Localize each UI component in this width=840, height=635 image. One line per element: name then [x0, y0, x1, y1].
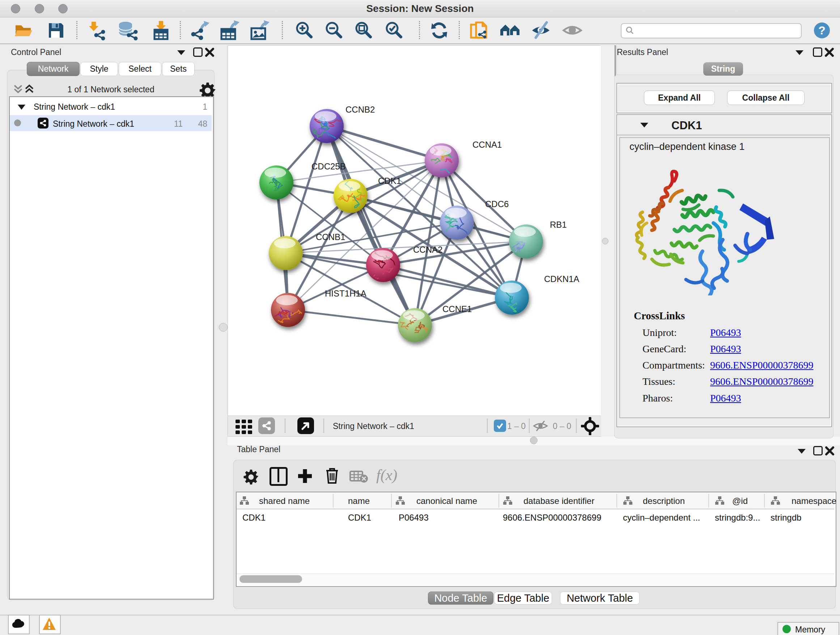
- svg-text:CDK1: CDK1: [378, 176, 401, 186]
- svg-text:CCNB2: CCNB2: [346, 105, 375, 114]
- svg-text:CCNE1: CCNE1: [442, 304, 472, 314]
- svg-text:HIST1H1A: HIST1H1A: [325, 288, 366, 298]
- svg-text:CDKN1A: CDKN1A: [544, 274, 579, 284]
- svg-text:CDC6: CDC6: [485, 199, 508, 209]
- svg-text:RB1: RB1: [550, 220, 567, 230]
- svg-text:CCNB1: CCNB1: [316, 232, 345, 242]
- svg-text:CDC25B: CDC25B: [311, 162, 346, 171]
- svg-text:CCNA2: CCNA2: [413, 245, 442, 255]
- svg-text:CCNA1: CCNA1: [472, 140, 502, 149]
